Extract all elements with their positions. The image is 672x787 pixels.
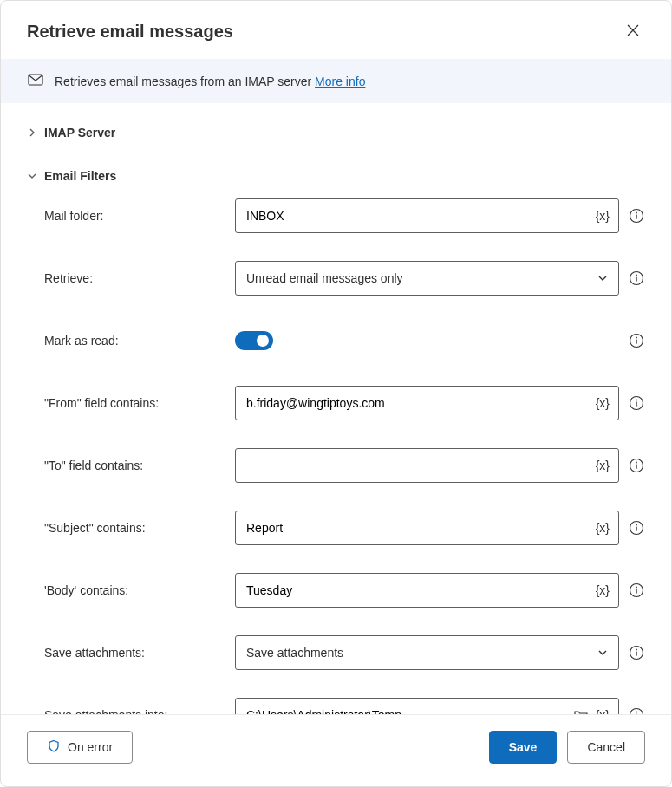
svg-point-14 xyxy=(636,462,637,464)
info-icon[interactable] xyxy=(628,519,645,537)
svg-point-23 xyxy=(636,649,637,651)
row-retrieve: Retrieve: Unread email messages only xyxy=(44,261,645,296)
subject-contains-field[interactable]: {x} xyxy=(235,511,619,545)
svg-rect-3 xyxy=(636,215,636,219)
to-contains-input[interactable] xyxy=(236,449,592,482)
toggle-knob xyxy=(257,335,269,347)
svg-point-5 xyxy=(636,275,637,276)
svg-point-8 xyxy=(636,337,637,339)
retrieve-value: Unread email messages only xyxy=(236,262,587,295)
dialog-retrieve-email-messages: Retrieve email messages Retrieves email … xyxy=(0,0,672,787)
from-contains-field[interactable]: {x} xyxy=(235,386,619,420)
email-filters-content: Mail folder: {x} Retrieve: Unread email … xyxy=(27,190,645,714)
row-body-contains: 'Body' contains: {x} xyxy=(44,573,645,608)
label-from-contains: "From" field contains: xyxy=(44,396,235,410)
info-icon[interactable] xyxy=(628,207,645,224)
more-info-link[interactable]: More info xyxy=(315,75,365,88)
info-banner: Retrieves email messages from an IMAP se… xyxy=(1,59,671,103)
svg-rect-12 xyxy=(636,402,636,407)
dialog-body: IMAP Server Email Filters Mail folder: {… xyxy=(1,103,671,714)
svg-rect-18 xyxy=(636,527,636,531)
chevron-right-icon xyxy=(27,128,37,137)
dialog-title: Retrieve email messages xyxy=(27,22,233,42)
row-mail-folder: Mail folder: {x} xyxy=(44,198,645,233)
close-icon xyxy=(626,23,640,40)
chevron-down-icon xyxy=(587,273,618,283)
svg-rect-15 xyxy=(636,465,636,469)
mail-folder-input[interactable] xyxy=(236,199,592,232)
folder-browse-button[interactable] xyxy=(566,707,592,714)
from-contains-input[interactable] xyxy=(236,387,592,420)
label-save-attachments: Save attachments: xyxy=(44,646,235,660)
row-to-contains: "To" field contains: {x} xyxy=(44,448,645,483)
info-icon[interactable] xyxy=(628,457,645,474)
section-imap-server[interactable]: IMAP Server xyxy=(27,119,645,146)
mail-folder-field[interactable]: {x} xyxy=(235,198,619,233)
to-contains-field[interactable]: {x} xyxy=(235,448,619,483)
svg-rect-24 xyxy=(636,652,636,656)
row-mark-as-read: Mark as read: xyxy=(44,323,645,358)
info-icon[interactable] xyxy=(628,706,645,714)
dialog-footer: On error Save Cancel xyxy=(1,714,671,786)
label-to-contains: "To" field contains: xyxy=(44,459,235,472)
svg-point-17 xyxy=(636,524,637,526)
svg-point-20 xyxy=(636,587,637,589)
section-email-filters[interactable]: Email Filters xyxy=(27,162,645,190)
info-icon[interactable] xyxy=(628,270,645,287)
label-save-attachments-into: Save attachments into: xyxy=(44,708,235,714)
svg-point-2 xyxy=(636,212,637,214)
label-body-contains: 'Body' contains: xyxy=(44,583,235,597)
banner-text: Retrieves email messages from an IMAP se… xyxy=(55,75,365,88)
variable-token-button[interactable]: {x} xyxy=(592,583,618,597)
info-icon[interactable] xyxy=(628,394,645,412)
info-icon[interactable] xyxy=(628,644,645,661)
label-retrieve: Retrieve: xyxy=(44,271,235,285)
body-contains-field[interactable]: {x} xyxy=(235,573,619,608)
row-save-attachments-into: Save attachments into: {x} xyxy=(44,698,645,714)
row-save-attachments: Save attachments: Save attachments xyxy=(44,635,645,670)
subject-contains-input[interactable] xyxy=(236,511,592,544)
label-mark-as-read: Mark as read: xyxy=(44,334,235,348)
svg-point-11 xyxy=(636,400,637,401)
svg-rect-21 xyxy=(636,589,636,594)
chevron-down-icon xyxy=(27,172,37,180)
mark-as-read-toggle[interactable] xyxy=(235,331,273,350)
on-error-button[interactable]: On error xyxy=(27,731,133,764)
row-subject-contains: "Subject" contains: {x} xyxy=(44,511,645,545)
cancel-button[interactable]: Cancel xyxy=(567,731,645,764)
info-icon[interactable] xyxy=(628,332,645,349)
label-mail-folder: Mail folder: xyxy=(44,209,235,223)
mail-icon xyxy=(27,71,44,91)
close-button[interactable] xyxy=(621,18,645,45)
label-subject-contains: "Subject" contains: xyxy=(44,521,235,535)
retrieve-dropdown[interactable]: Unread email messages only xyxy=(235,261,619,296)
chevron-down-icon xyxy=(587,647,618,658)
dialog-header: Retrieve email messages xyxy=(1,1,671,59)
save-attachments-dropdown[interactable]: Save attachments xyxy=(235,635,619,670)
save-attachments-value: Save attachments xyxy=(236,636,587,669)
row-from-contains: "From" field contains: {x} xyxy=(44,386,645,420)
variable-token-button[interactable]: {x} xyxy=(592,209,618,223)
save-button[interactable]: Save xyxy=(489,731,558,764)
variable-token-button[interactable]: {x} xyxy=(592,396,618,410)
variable-token-button[interactable]: {x} xyxy=(592,521,618,535)
info-icon[interactable] xyxy=(628,582,645,599)
svg-rect-6 xyxy=(636,277,636,282)
save-attachments-into-field[interactable]: {x} xyxy=(235,698,619,714)
shield-icon xyxy=(47,739,61,756)
svg-point-26 xyxy=(636,712,637,713)
body-contains-input[interactable] xyxy=(236,574,592,607)
variable-token-button[interactable]: {x} xyxy=(592,459,618,472)
svg-rect-9 xyxy=(636,340,636,344)
section-label: IMAP Server xyxy=(44,126,115,140)
save-attachments-into-input[interactable] xyxy=(236,699,566,714)
section-label: Email Filters xyxy=(44,169,116,183)
variable-token-button[interactable]: {x} xyxy=(592,708,618,714)
